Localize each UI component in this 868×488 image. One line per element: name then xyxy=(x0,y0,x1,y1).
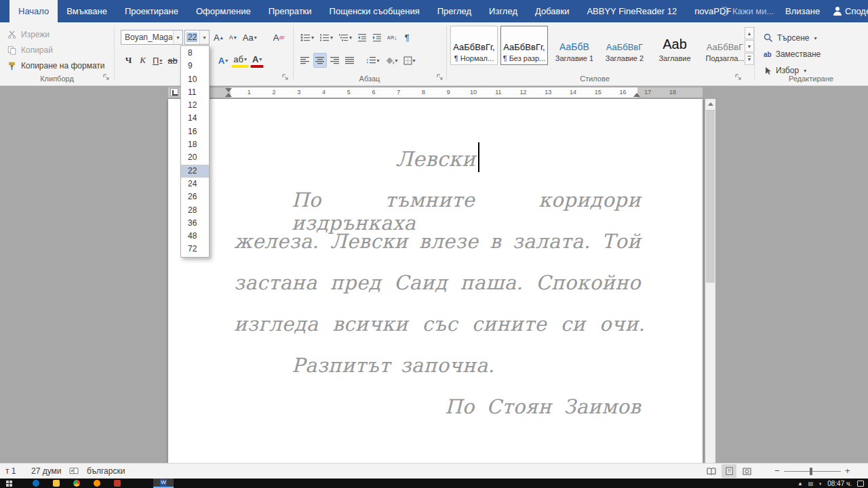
taskbar-app[interactable] xyxy=(46,479,66,488)
font-size-option[interactable]: 48 xyxy=(181,230,209,243)
scrollbar-thumb[interactable] xyxy=(706,110,715,283)
language-indicator[interactable]: български xyxy=(87,464,125,479)
zoom-out-button[interactable]: − xyxy=(774,464,780,479)
volume-icon[interactable]: ◖ xyxy=(818,481,822,487)
font-size-option[interactable]: 8 xyxy=(181,47,209,60)
word-count[interactable]: 27 думи xyxy=(31,464,62,479)
document-line[interactable]: По тъмните коридори издрънкаха xyxy=(234,188,641,230)
borders-button[interactable]: ▾ xyxy=(401,53,418,68)
style-item[interactable]: АаБбВвГ Заглавие 2 xyxy=(601,26,648,65)
gallery-scroll-up-button[interactable]: ▲ xyxy=(745,27,754,39)
bullets-button[interactable]: ▾ xyxy=(298,30,316,45)
numbering-button[interactable]: ▾ xyxy=(317,30,335,45)
style-item[interactable]: АаБбВ Заглавие 1 xyxy=(551,26,598,65)
chevron-down-icon[interactable]: ▾ xyxy=(173,30,182,44)
taskbar-app[interactable] xyxy=(87,479,107,488)
taskbar-app[interactable] xyxy=(107,479,127,488)
document-title-line[interactable]: Левски xyxy=(234,142,641,184)
start-button[interactable] xyxy=(0,479,18,488)
format-painter-button[interactable]: Копиране на формати xyxy=(7,58,108,73)
multilevel-list-button[interactable]: ▾ xyxy=(336,30,354,45)
web-layout-button[interactable] xyxy=(739,464,754,478)
ribbon-tab[interactable]: Оформление xyxy=(187,0,260,22)
increase-indent-button[interactable] xyxy=(370,30,384,45)
right-indent-marker[interactable] xyxy=(633,93,640,97)
font-size-combo[interactable]: 22 ▾ xyxy=(184,30,210,45)
clock[interactable]: 08:47 ч. xyxy=(827,480,852,487)
ribbon-tab[interactable]: Преглед xyxy=(429,0,480,22)
font-size-option[interactable]: 12 xyxy=(181,99,209,112)
font-size-option[interactable]: 24 xyxy=(181,178,209,190)
show-paragraph-marks-button[interactable]: ¶ xyxy=(401,30,414,45)
replace-button[interactable]: ab Заместване xyxy=(764,47,823,62)
align-left-button[interactable] xyxy=(298,53,312,68)
underline-button[interactable]: П▾ xyxy=(151,53,164,68)
font-size-option[interactable]: 28 xyxy=(181,204,209,217)
strikethrough-button[interactable]: ab xyxy=(165,53,179,68)
clear-formatting-button[interactable]: А xyxy=(271,30,287,45)
style-item[interactable]: АаБбВвГг, ¶ Нормал... xyxy=(450,26,498,65)
read-mode-button[interactable] xyxy=(704,464,719,478)
tab-selector[interactable] xyxy=(170,88,178,96)
line-spacing-button[interactable]: ↕▾ xyxy=(363,53,382,68)
copy-button[interactable]: Копирай xyxy=(7,43,56,58)
shrink-font-button[interactable]: А▾ xyxy=(226,30,239,45)
clipboard-dialog-launcher[interactable] xyxy=(103,74,110,81)
align-right-button[interactable] xyxy=(328,53,342,68)
paragraph-dialog-launcher[interactable] xyxy=(437,74,443,81)
zoom-in-button[interactable]: + xyxy=(845,464,850,479)
hanging-indent-marker[interactable] xyxy=(225,93,232,97)
change-case-button[interactable]: Аа▾ xyxy=(241,30,259,45)
zoom-slider-thumb[interactable] xyxy=(810,468,812,475)
font-size-option[interactable]: 26 xyxy=(181,190,209,203)
sign-in-button[interactable]: Влизане xyxy=(785,0,820,22)
vertical-scrollbar[interactable] xyxy=(705,99,715,463)
taskbar-app[interactable] xyxy=(153,479,174,488)
font-size-option[interactable]: 20 xyxy=(181,151,209,164)
share-button[interactable]: Споделяне xyxy=(833,0,868,22)
chevron-down-icon[interactable]: ▾ xyxy=(199,30,209,44)
tray-chevron-up-icon[interactable]: ▲ xyxy=(797,481,803,487)
style-item[interactable]: Аab Заглавие xyxy=(651,26,698,65)
font-size-option[interactable]: 18 xyxy=(181,138,209,151)
highlight-color-button[interactable]: аб▾ xyxy=(231,53,249,68)
bold-button[interactable]: Ч xyxy=(122,53,135,68)
proofing-status[interactable] xyxy=(69,464,79,479)
font-size-option[interactable]: 14 xyxy=(181,112,209,125)
font-size-option[interactable]: 22 xyxy=(181,165,209,178)
document-line[interactable]: железа. Левски влезе в залата. Той xyxy=(234,230,641,271)
ribbon-tab[interactable]: Проектиране xyxy=(116,0,187,22)
print-layout-button[interactable] xyxy=(722,464,736,478)
document-line[interactable]: По Стоян Заимов xyxy=(234,395,641,436)
find-button[interactable]: Търсене▾ xyxy=(764,30,817,45)
text-effects-button[interactable]: А▾ xyxy=(216,53,230,68)
decrease-indent-button[interactable] xyxy=(355,30,369,45)
document-line[interactable]: изгледа всички със сините си очи. xyxy=(234,312,641,354)
cut-button[interactable]: Изрежи xyxy=(7,27,52,42)
font-size-option[interactable]: 9 xyxy=(181,60,209,73)
grow-font-button[interactable]: А▴ xyxy=(212,30,225,45)
ribbon-tab[interactable]: ABBYY FineReader 12 xyxy=(578,0,686,22)
taskbar-app[interactable] xyxy=(66,479,87,488)
styles-dialog-launcher[interactable] xyxy=(735,74,742,81)
scroll-up-button[interactable] xyxy=(705,99,715,109)
font-size-option[interactable]: 11 xyxy=(181,86,209,99)
zoom-slider-track[interactable] xyxy=(784,471,841,472)
notification-center-icon[interactable] xyxy=(857,481,864,487)
taskbar-app[interactable] xyxy=(26,479,46,488)
ribbon-tab[interactable]: Вмъкване xyxy=(58,0,116,22)
font-name-combo[interactable]: Boyan_Maga ▾ xyxy=(121,30,183,45)
ribbon-tab[interactable]: Добавки xyxy=(526,0,578,22)
font-size-option[interactable]: 72 xyxy=(181,243,209,256)
style-item[interactable]: АаБбВвГг, ¶ Без разр... xyxy=(500,26,548,65)
font-size-option[interactable]: 16 xyxy=(181,125,209,138)
document-page[interactable]: Левски По тъмните коридори издрънкаха же… xyxy=(168,99,703,463)
font-size-option[interactable]: 10 xyxy=(181,73,209,86)
first-line-indent-marker[interactable] xyxy=(225,88,232,92)
font-dialog-launcher[interactable] xyxy=(282,74,289,81)
justify-button[interactable] xyxy=(343,53,357,68)
align-center-button[interactable] xyxy=(313,53,327,68)
font-color-button[interactable]: А▾ xyxy=(250,53,264,68)
italic-button[interactable]: К xyxy=(136,53,149,68)
document-line[interactable]: застана пред Саид паша. Спокойно xyxy=(234,271,641,312)
